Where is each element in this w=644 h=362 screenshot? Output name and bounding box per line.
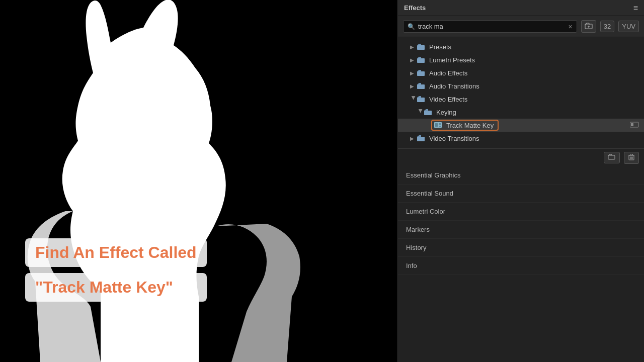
essential-graphics-label: Essential Graphics [406,171,460,179]
audio-transitions-folder-icon [417,82,426,89]
audio-effects-arrow: ▶ [410,70,417,76]
video-transitions-arrow: ▶ [410,136,417,141]
search-clear-button[interactable]: × [569,23,573,30]
keying-folder-icon [424,109,433,116]
svg-rect-4 [417,45,425,50]
panel-tab-essential-graphics[interactable]: Essential Graphics [398,166,644,185]
search-icon: 🔍 [408,23,415,30]
tree-item-video-transitions[interactable]: ▶ Video Transitions [398,132,644,145]
svg-rect-5 [417,58,425,63]
presets-folder-icon [417,43,426,50]
effects-panel-title: Effects [404,4,426,12]
video-effects-label: Video Effects [429,96,639,103]
effects-tree: ▶ Presets ▶ Lumetri Presets ▶ Audio Effe… [398,37,644,148]
svg-rect-20 [630,154,633,155]
bottom-panels: Essential Graphics Essential Sound Lumet… [398,166,644,362]
32bit-btn[interactable]: 32 [600,21,614,32]
svg-rect-11 [435,123,438,127]
panel-tab-info[interactable]: Info [398,257,644,275]
presets-arrow: ▶ [410,44,417,50]
panel-tab-essential-sound[interactable]: Essential Sound [398,185,644,203]
audio-effects-label: Audio Effects [429,69,639,77]
svg-rect-9 [424,111,432,115]
new-bin-footer-btn[interactable] [604,152,620,163]
video-effects-arrow: ▶ [411,96,417,103]
delete-footer-btn[interactable] [624,152,639,164]
markers-label: Markers [406,226,430,233]
video-effects-folder-icon [417,96,426,103]
search-input-wrapper[interactable]: 🔍 × [403,20,577,33]
panel-tab-history[interactable]: History [398,239,644,257]
overlay-line1: Find An Effect Called [35,243,197,261]
video-preview-panel: Find An Effect Called "Track Matte Key" [0,0,397,362]
track-matte-key-label: Track Matte Key [446,122,494,129]
overlay-line2: "Track Matte Key" [35,278,173,296]
video-transitions-label: Video Transitions [429,135,639,142]
audio-transitions-label: Audio Transitions [429,82,639,90]
lumetri-presets-folder-icon [417,56,426,63]
svg-rect-16 [417,137,425,141]
svg-rect-7 [417,84,425,89]
info-label: Info [406,262,417,269]
svg-rect-13 [439,126,441,127]
tree-item-lumetri-presets[interactable]: ▶ Lumetri Presets [398,53,644,66]
effects-footer [398,148,644,166]
track-matte-badge [630,121,639,130]
tree-item-audio-effects[interactable]: ▶ Audio Effects [398,66,644,79]
yuv-btn[interactable]: YUV [618,21,639,32]
track-matte-box: Track Matte Key [431,120,499,131]
effects-menu-icon[interactable]: ≡ [633,4,638,13]
svg-rect-6 [417,71,425,76]
keying-label: Keying [436,109,639,116]
effects-panel: Effects ≡ 🔍 × 32 YUV ▶ Presets ▶ [397,0,644,362]
svg-rect-17 [608,155,615,159]
svg-rect-8 [417,98,425,102]
tree-item-track-matte-key[interactable]: ▶ Track Matte Key [398,119,644,132]
lumetri-presets-arrow: ▶ [410,57,417,63]
tree-item-video-effects[interactable]: ▶ Video Effects [398,93,644,106]
overlay-text-box-1: Find An Effect Called [25,238,207,267]
presets-label: Presets [429,43,639,51]
search-input[interactable] [418,23,569,30]
essential-sound-label: Essential Sound [406,190,453,197]
overlay-text-box-2: "Track Matte Key" [25,273,207,302]
search-bar: 🔍 × 32 YUV [398,16,644,37]
track-matte-effect-icon [434,121,443,129]
audio-effects-folder-icon [417,69,426,76]
audio-transitions-arrow: ▶ [410,83,417,89]
keying-arrow: ▶ [418,109,424,116]
svg-rect-15 [631,123,633,126]
cat-silhouette [0,0,397,362]
tree-item-keying[interactable]: ▶ Keying [398,106,644,119]
video-transitions-folder-icon [417,135,426,142]
svg-rect-12 [439,123,441,125]
tree-item-presets[interactable]: ▶ Presets [398,40,644,53]
effects-panel-header: Effects ≡ [398,0,644,16]
history-label: History [406,244,426,251]
overlay-text-container: Find An Effect Called "Track Matte Key" [25,238,207,302]
tree-item-audio-transitions[interactable]: ▶ Audio Transitions [398,79,644,93]
lumetri-color-label: Lumetri Color [406,208,445,215]
lumetri-presets-label: Lumetri Presets [429,56,639,64]
panel-tab-lumetri-color[interactable]: Lumetri Color [398,203,644,221]
panel-tab-markers[interactable]: Markers [398,221,644,239]
new-custom-bin-btn[interactable] [581,20,596,33]
